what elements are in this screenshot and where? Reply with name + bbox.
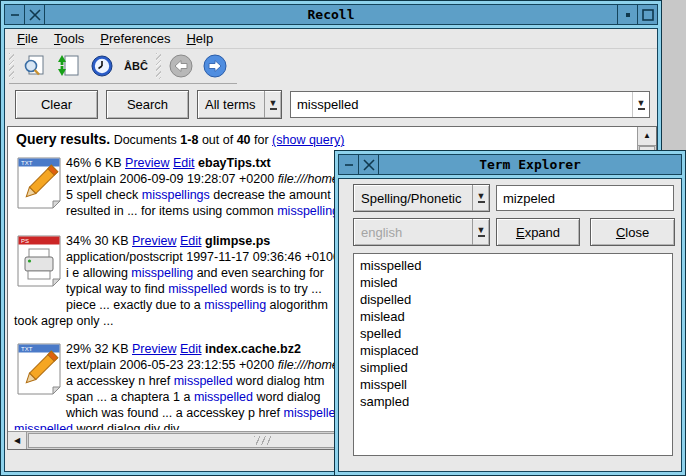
toolbar-grip[interactable] <box>156 53 161 79</box>
toolbar-separator <box>9 83 237 84</box>
term-item[interactable]: spelled <box>354 325 672 342</box>
minimize-button[interactable] <box>339 155 359 174</box>
dialog-title: Term Explorer <box>379 155 681 174</box>
text-segment: misspelled <box>14 422 73 430</box>
text-segment: word dialog htm <box>233 374 325 388</box>
menu-preferences[interactable]: Preferences <box>92 30 178 47</box>
postscript-file-icon: PS <box>16 233 66 313</box>
query-combobox[interactable]: ▼ <box>290 91 650 118</box>
term-item[interactable]: simplied <box>354 359 672 376</box>
text-segment: which was found ... a accesskey p href <box>66 406 283 420</box>
text-file-icon: TXT <box>16 341 66 421</box>
svg-text:PS: PS <box>21 238 29 244</box>
menubar: FileToolsPreferencesHelp <box>5 29 657 49</box>
doc-sort-icon[interactable] <box>54 52 82 80</box>
menu-file[interactable]: File <box>9 30 46 47</box>
maximize-button[interactable] <box>637 5 657 24</box>
text-segment: took agrep only ... <box>14 314 113 328</box>
term-results-list: misspelledmisleddispelledmisleadspelledm… <box>353 253 673 456</box>
text-segment: ebayTips.txt <box>198 156 271 170</box>
text-segment: a accesskey n href <box>66 374 174 388</box>
text-segment: application/postscript 1997-11-17 09:36:… <box>66 250 340 264</box>
text-segment: span ... a chaptera 1 a <box>66 390 194 404</box>
text-segment: 1-8 <box>180 133 198 147</box>
text-segment: Query results. <box>16 131 110 147</box>
term-input-field[interactable] <box>496 185 674 211</box>
text-segment: misspelled <box>174 374 233 388</box>
edit-link[interactable]: Edit <box>173 156 195 170</box>
text-segment: i e allowing <box>66 266 131 280</box>
doc-search-icon[interactable] <box>20 52 48 80</box>
expansion-mode-combobox[interactable]: Spelling/Phonetic ▼ <box>353 184 490 212</box>
spellcheck-glyph: ÅBĈ <box>124 60 148 72</box>
text-segment: Documents <box>110 133 180 147</box>
term-item[interactable]: misspelled <box>354 257 672 274</box>
language-value: english <box>354 219 472 245</box>
show-query-link[interactable]: (show query) <box>272 133 344 147</box>
svg-text:TXT: TXT <box>21 346 33 352</box>
toolbar: ÅBĈ <box>5 50 229 82</box>
text-segment: 5 spell check <box>66 188 142 202</box>
chevron-down-icon: ▼ <box>632 92 649 117</box>
text-segment: misspelled <box>168 282 227 296</box>
preview-link[interactable]: Preview <box>132 342 176 356</box>
preview-link[interactable]: Preview <box>125 156 169 170</box>
forward-icon[interactable] <box>201 52 229 80</box>
expansion-mode-value: Spelling/Phonetic <box>354 185 472 211</box>
menu-tools[interactable]: Tools <box>46 30 92 47</box>
scroll-up-icon[interactable]: ▲ <box>638 127 656 146</box>
clear-button[interactable]: Clear <box>15 90 98 119</box>
query-input[interactable] <box>291 92 632 117</box>
minimize-button[interactable] <box>5 5 25 24</box>
window-title: Recoll <box>45 5 617 24</box>
text-segment: decrease the amount of <box>210 188 345 202</box>
text-segment: text/plain 2006-05-23 23:12:55 +0200 <box>66 358 278 372</box>
text-segment: out of <box>198 133 236 147</box>
term-item[interactable]: sampled <box>354 393 672 410</box>
shade-button[interactable] <box>617 5 637 24</box>
text-segment: and even searching for <box>193 266 324 280</box>
close-button[interactable] <box>25 5 45 24</box>
text-segment: resulted in ... for items using common <box>66 204 277 218</box>
edit-link[interactable]: Edit <box>180 234 202 248</box>
term-item[interactable]: mislead <box>354 308 672 325</box>
text-segment: piece ... exactly due to a <box>66 298 204 312</box>
text-segment: misspelling <box>204 298 266 312</box>
chevron-down-icon: ▼ <box>472 219 489 245</box>
scroll-left-icon[interactable]: ◀ <box>8 432 27 449</box>
text-segment: for <box>251 133 273 147</box>
close-icon[interactable] <box>359 155 379 174</box>
text-segment: 46% 6 KB <box>66 156 125 170</box>
search-mode-value: All terms <box>198 91 264 118</box>
text-segment: 34% 30 KB <box>66 234 132 248</box>
expand-button[interactable]: Expand <box>496 218 580 246</box>
desktop: Recoll FileToolsPreferencesHelp <box>0 0 686 476</box>
chevron-down-icon: ▼ <box>472 185 489 211</box>
preview-link[interactable]: Preview <box>132 234 176 248</box>
text-segment: glimpse.ps <box>205 234 270 248</box>
term-explorer-dialog: Term Explorer Spelling/Phonetic ▼ englis… <box>334 150 686 476</box>
term-item[interactable]: misspell <box>354 376 672 393</box>
menu-help[interactable]: Help <box>178 30 221 47</box>
back-icon[interactable] <box>167 52 195 80</box>
search-button[interactable]: Search <box>106 90 189 119</box>
term-item[interactable]: misled <box>354 274 672 291</box>
clock-icon[interactable] <box>88 52 116 80</box>
text-segment: file:///home <box>278 172 339 186</box>
text-segment: word dialog <box>253 390 320 404</box>
spellcheck-icon[interactable]: ÅBĈ <box>122 52 150 80</box>
text-segment: file:///home <box>278 358 339 372</box>
text-segment: misspelled <box>194 390 253 404</box>
text-segment: text/plain 2006-09-09 19:28:07 +0200 <box>66 172 278 186</box>
search-mode-combobox[interactable]: All terms ▼ <box>197 90 282 119</box>
dialog-titlebar[interactable]: Term Explorer <box>338 154 682 175</box>
term-input[interactable] <box>497 186 673 210</box>
term-item[interactable]: misplaced <box>354 342 672 359</box>
term-item[interactable]: dispelled <box>354 291 672 308</box>
main-titlebar[interactable]: Recoll <box>4 4 658 25</box>
edit-link[interactable]: Edit <box>180 342 202 356</box>
text-file-icon: TXT <box>16 155 66 219</box>
close-button[interactable]: Close <box>590 218 675 246</box>
text-segment: typical way to find <box>66 282 168 296</box>
toolbar-grip[interactable] <box>9 53 14 79</box>
